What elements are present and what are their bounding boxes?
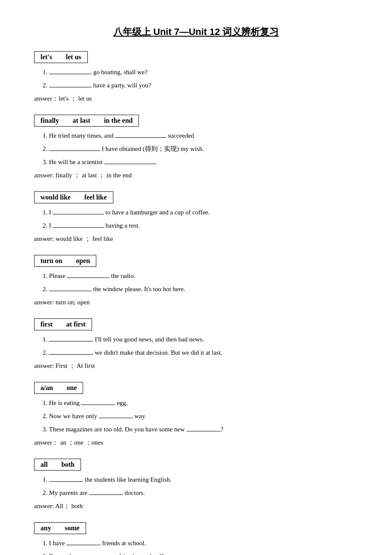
word-box-all-both: allboth — [34, 459, 81, 471]
fill-blank — [115, 131, 166, 138]
answer-line: answer: finally ； at last ； in the end — [34, 170, 358, 181]
fill-blank — [53, 221, 104, 228]
fill-blank — [83, 552, 117, 555]
question-2: 2. Do you have friends at school? — [43, 551, 358, 555]
section-wouldlike-feellike: would likefeel like1. I to have a hambur… — [34, 191, 358, 245]
word-label: feel like — [84, 194, 107, 201]
question-1: 1. go boating, shall we? — [43, 66, 358, 78]
word-box-wouldlike-feellike: would likefeel like — [34, 191, 113, 203]
word-box-turnon-open: turn onopen — [34, 255, 96, 267]
fill-blank — [49, 348, 92, 355]
question-3: 3. He will be a scientist . — [43, 156, 358, 168]
section-any-some: anysome1. I have friends at school.2. Do… — [34, 522, 358, 555]
section-finally-atlast-intheend: finallyat lastin the end1. He tried many… — [34, 115, 358, 181]
fill-blank — [49, 335, 92, 341]
fill-blank — [104, 157, 156, 164]
question-1: 1. Please the radio. — [43, 270, 358, 282]
word-box-any-some: anysome — [34, 522, 86, 534]
word-label: in the end — [104, 117, 133, 124]
word-label: at first — [66, 321, 86, 328]
section-aan-one: a/anone1. He is eating egg.2. Now we hav… — [34, 382, 358, 448]
fill-blank — [67, 271, 110, 278]
question-2: 2. have a party, will you? — [43, 80, 358, 91]
word-box-first-atfirst: firstat first — [34, 318, 92, 330]
fill-blank — [49, 144, 100, 151]
section-turnon-open: turn onopen1. Please the radio.2. the wi… — [34, 255, 358, 308]
word-label: first — [40, 321, 52, 328]
word-label: both — [61, 461, 75, 468]
section-all-both: allboth1. the students like learning Eng… — [34, 459, 358, 512]
word-box-lets-letus: let'slet us — [34, 51, 88, 63]
fill-blank — [49, 81, 92, 87]
fill-blank — [99, 411, 133, 418]
question-3: 3. These magazines are too old. Do you h… — [43, 424, 358, 435]
fill-blank — [81, 398, 115, 405]
section-first-atfirst: firstat first1. , I'll tell you good new… — [34, 318, 358, 372]
question-2: 2. , we didn't make that decision. But w… — [43, 347, 358, 358]
question-1: 1. I to have a hamburger and a cup of co… — [43, 207, 358, 218]
word-label: turn on — [40, 257, 62, 265]
answer-line: answer: First ； At first — [34, 360, 358, 372]
word-label: let's — [40, 53, 52, 61]
fill-blank — [66, 538, 101, 545]
word-label: some — [65, 524, 80, 532]
question-1: 1. , I'll tell you good news, and then b… — [43, 334, 358, 345]
fill-blank — [187, 425, 221, 431]
question-2: 2. I having a rest. — [43, 220, 358, 231]
section-lets-letus: let'slet us1. go boating, shall we?2. ha… — [34, 51, 358, 104]
fill-blank — [53, 208, 104, 214]
word-label: any — [40, 524, 51, 532]
question-1: 1. He tried many times, and succeeded — [43, 130, 358, 142]
answer-line: answer: would like ； feel like — [34, 233, 358, 245]
word-label: one — [66, 384, 77, 392]
question-2: 2. the window please. It's too hot here. — [43, 283, 358, 295]
fill-blank — [49, 284, 92, 291]
question-2: 2. I have obtained (得到；实现) my wish. — [43, 143, 358, 155]
word-label: let us — [66, 53, 81, 61]
fill-blank — [89, 488, 123, 495]
question-2: 2. My parents are doctors. — [43, 487, 358, 499]
fill-blank — [49, 67, 92, 74]
word-label: open — [76, 257, 90, 265]
word-label: at last — [73, 117, 90, 124]
question-1: 1. He is eating egg. — [43, 397, 358, 409]
word-box-finally-atlast-intheend: finallyat lastin the end — [34, 115, 139, 127]
answer-line: answer： an ；one ；ones — [34, 437, 358, 448]
word-box-aan-one: a/anone — [34, 382, 83, 394]
question-2: 2. Now we have only way. — [43, 410, 358, 422]
word-label: finally — [40, 117, 59, 124]
answer-line: answer: All； both — [34, 500, 358, 512]
answer-line: answer: turn on; open — [34, 297, 358, 308]
word-label: all — [40, 461, 48, 468]
page-title: 八年级上 Unit 7—Unit 12 词义辨析复习 — [34, 26, 358, 38]
answer-line: answer：let's ； let us — [34, 93, 358, 104]
question-1: 1. the students like learning English. — [43, 474, 358, 486]
word-label: a/an — [40, 384, 53, 392]
word-label: would like — [40, 194, 71, 201]
question-1: 1. I have friends at school. — [43, 538, 358, 549]
fill-blank — [49, 475, 83, 482]
